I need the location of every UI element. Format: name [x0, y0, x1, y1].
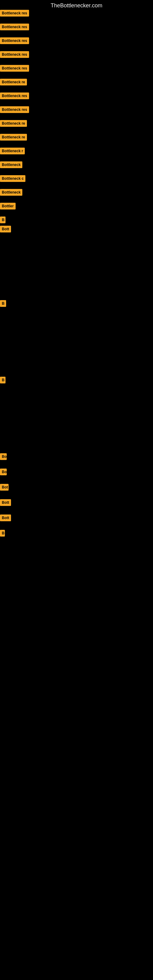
bottleneck-badge-b1: Bottleneck res: [0, 10, 29, 16]
bottleneck-badge-b21: Bo: [0, 469, 7, 475]
bottleneck-badge-b17: Bott: [0, 226, 11, 232]
bottleneck-badge-b25: B: [0, 530, 5, 536]
bottleneck-badge-b9: Bottleneck re: [0, 120, 27, 127]
bottleneck-badge-b4: Bottleneck res: [0, 51, 29, 58]
bottleneck-badge-b20: Bo: [0, 453, 7, 460]
bottleneck-badge-b8: Bottleneck res: [0, 106, 29, 113]
bottleneck-badge-b18: B: [0, 300, 6, 307]
bottleneck-badge-b22: Bot: [0, 484, 9, 491]
bottleneck-badge-b2: Bottleneck res: [0, 24, 29, 30]
bottleneck-badge-b6: Bottleneck re: [0, 79, 27, 86]
bottleneck-badge-b19: B: [0, 377, 5, 383]
bottleneck-badge-b5: Bottleneck res: [0, 65, 29, 72]
bottleneck-badge-b3: Bottleneck res: [0, 37, 29, 44]
bottleneck-badge-b23: Bott: [0, 499, 11, 506]
site-title-text: TheBottlenecker.com: [51, 2, 102, 9]
bottleneck-badge-b11: Bottleneck r: [0, 148, 25, 154]
bottleneck-badge-b13: Bottleneck c: [0, 175, 26, 182]
bottleneck-badge-b15: Bottler: [0, 203, 16, 210]
bottleneck-badge-b24: Bott: [0, 514, 11, 521]
bottleneck-badge-b10: Bottleneck re: [0, 134, 27, 140]
bottleneck-badge-b12: Bottleneck: [0, 161, 22, 168]
bottleneck-badge-b14: Bottleneck: [0, 189, 22, 196]
bottleneck-badge-b7: Bottleneck res: [0, 92, 29, 99]
bottleneck-badge-b16: B: [0, 216, 5, 223]
